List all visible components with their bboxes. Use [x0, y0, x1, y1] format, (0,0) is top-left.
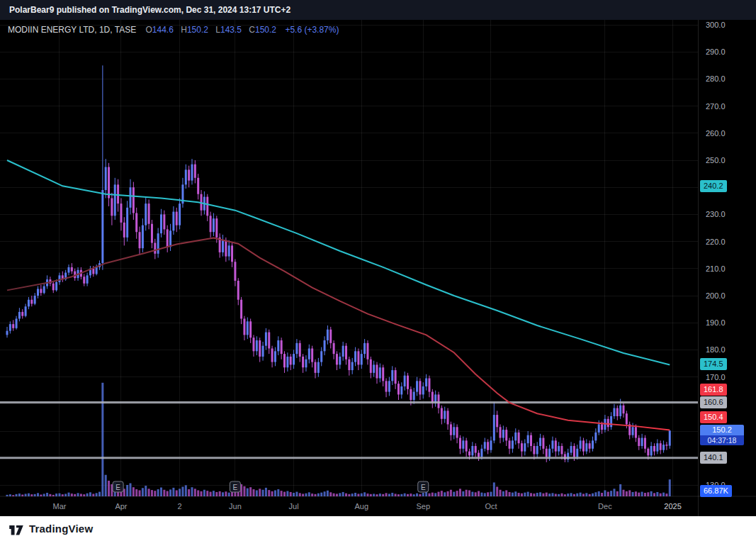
close-value: 150.2	[255, 25, 276, 35]
price-label-161.8: 161.8	[700, 384, 727, 396]
price-tick: 230.0	[706, 209, 726, 219]
countdown-timer: 04:37:18	[700, 435, 744, 445]
price-tick: 180.0	[706, 345, 726, 355]
high-value: 150.2	[187, 25, 208, 35]
price-label-140.1: 140.1	[700, 452, 727, 464]
tradingview-brand[interactable]: TradingView	[29, 523, 93, 535]
ma-red-line[interactable]	[7, 238, 670, 430]
price-label-66.87k: 66.87K	[700, 485, 732, 497]
price-label-240.2: 240.2	[700, 180, 727, 192]
footer-bar: TradingView	[0, 516, 756, 541]
price-tick: 200.0	[706, 291, 726, 301]
publish-banner: PolarBear9 published on TradingView.com,…	[0, 0, 756, 20]
time-label: Aug	[354, 502, 368, 511]
time-label: Oct	[485, 502, 497, 511]
low-label: L	[215, 25, 220, 35]
price-tick: 210.0	[706, 264, 726, 274]
earnings-marker[interactable]: E	[418, 481, 429, 492]
price-scale[interactable]: 150.2 04:37:18 300.0290.0280.0270.0260.0…	[698, 20, 756, 516]
volume-layer	[6, 383, 671, 496]
chart-area[interactable]: EEEMarApr2JunJulAugSepOctDec2025 MODIIN …	[0, 20, 756, 516]
time-label: 2	[178, 502, 182, 511]
time-label: 2025	[664, 502, 681, 511]
time-label: Jul	[289, 502, 299, 511]
price-tick: 260.0	[706, 128, 726, 138]
close-label: C	[249, 25, 255, 35]
publish-banner-text: PolarBear9 published on TradingView.com,…	[9, 5, 290, 15]
time-label: Dec	[598, 502, 612, 511]
grid-layer	[0, 20, 698, 496]
chart-legend: MODIIN ENERGY LTD, 1D, TASE O144.6 H150.…	[8, 25, 339, 35]
price-tick: 290.0	[706, 47, 726, 57]
time-label: Mar	[52, 502, 66, 511]
open-value: 144.6	[152, 25, 174, 35]
price-tick: 280.0	[706, 74, 726, 84]
low-value: 143.5	[220, 25, 242, 35]
symbol-title[interactable]: MODIIN ENERGY LTD, 1D, TASE	[8, 25, 136, 35]
tradingview-logo-icon[interactable]	[9, 523, 24, 535]
time-label: Jun	[229, 502, 242, 511]
earnings-marker[interactable]: E	[230, 481, 240, 492]
price-chart[interactable]: EEEMarApr2JunJulAugSepOctDec2025	[0, 20, 756, 516]
price-tick: 300.0	[706, 20, 726, 30]
time-label: Apr	[115, 502, 127, 511]
time-label: Sep	[416, 502, 430, 511]
price-tick: 270.0	[706, 101, 726, 111]
price-tick: 170.0	[706, 372, 726, 382]
time-scale[interactable]: MarApr2JunJulAugSepOctDec2025	[52, 502, 681, 511]
open-label: O	[146, 25, 152, 35]
price-label-160.6: 160.6	[700, 396, 727, 408]
high-label: H	[181, 25, 187, 35]
svg-text:E: E	[233, 484, 238, 491]
price-tick: 190.0	[706, 318, 726, 328]
change-value: +5.6 (+3.87%)	[285, 25, 339, 35]
svg-text:E: E	[115, 484, 120, 491]
svg-text:E: E	[421, 484, 426, 491]
price-tick: 220.0	[706, 237, 726, 247]
tradingview-snapshot: PolarBear9 published on TradingView.com,…	[0, 0, 756, 541]
price-label-150.4: 150.4	[700, 411, 727, 423]
price-label-174.5: 174.5	[700, 358, 727, 370]
earnings-marker[interactable]: E	[113, 481, 123, 492]
price-tick: 250.0	[706, 155, 726, 165]
last-price-badge: 150.2 04:37:18	[700, 425, 744, 445]
last-price-label: 150.2	[700, 425, 744, 435]
